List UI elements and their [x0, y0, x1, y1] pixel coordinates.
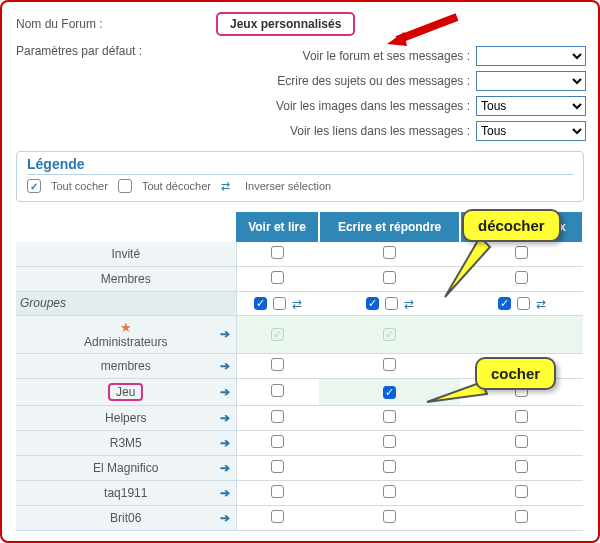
checkbox-icon[interactable] [515, 510, 528, 523]
invert-icon[interactable]: ⇄ [221, 180, 235, 193]
param-select-0[interactable] [476, 46, 586, 66]
row-name: Jeu [18, 383, 234, 401]
group-invert-icon[interactable]: ⇄ [404, 297, 414, 311]
row-name: taq1911 [18, 486, 234, 500]
group-check-all-icon[interactable] [366, 297, 379, 310]
checkbox-icon[interactable] [515, 246, 528, 259]
row-name: R3M5 [18, 436, 234, 450]
checkbox-icon[interactable] [383, 485, 396, 498]
check-all-icon[interactable] [27, 179, 41, 193]
row-name: Invité [18, 247, 234, 261]
param-select-1[interactable] [476, 71, 586, 91]
legend-box: Légende Tout cocher Tout décocher ⇄ Inve… [16, 151, 584, 202]
row-name: Helpers [18, 411, 234, 425]
param-label-3: Voir les liens dans les messages : [290, 124, 470, 138]
row-name: Membres [18, 272, 234, 286]
row-name: El Magnifico [18, 461, 234, 475]
checkbox-icon[interactable] [383, 460, 396, 473]
group-uncheck-all-icon[interactable] [273, 297, 286, 310]
svg-marker-0 [387, 32, 407, 46]
forum-name-value: Jeux personnalisés [216, 12, 355, 36]
callout-decocher: décocher [462, 209, 561, 242]
checkbox-icon [383, 328, 396, 341]
uncheck-all-icon[interactable] [118, 179, 132, 193]
checkbox-icon [271, 328, 284, 341]
callout-cocher: cocher [475, 357, 556, 390]
checkbox-icon[interactable] [383, 271, 396, 284]
checkbox-icon[interactable] [383, 246, 396, 259]
checkbox-icon[interactable] [383, 410, 396, 423]
checkbox-icon[interactable] [515, 435, 528, 448]
arrow-right-icon[interactable]: ➔ [220, 327, 230, 341]
star-icon: ★ [18, 320, 234, 335]
checkbox-icon[interactable] [515, 410, 528, 423]
checkbox-icon[interactable] [515, 460, 528, 473]
row-name: membres [18, 359, 234, 373]
checkbox-icon[interactable] [271, 410, 284, 423]
checkbox-icon[interactable] [271, 485, 284, 498]
checkbox-icon[interactable] [383, 510, 396, 523]
arrow-right-icon[interactable]: ➔ [220, 385, 230, 399]
checkbox-icon[interactable] [515, 271, 528, 284]
group-invert-icon[interactable]: ⇄ [292, 297, 302, 311]
checkbox-icon[interactable] [515, 485, 528, 498]
group-uncheck-all-icon[interactable] [385, 297, 398, 310]
checkbox-icon[interactable] [271, 271, 284, 284]
checkbox-icon[interactable] [383, 386, 396, 399]
group-invert-icon[interactable]: ⇄ [536, 297, 546, 311]
param-label-1: Ecrire des sujets ou des messages : [277, 74, 470, 88]
svg-marker-1 [445, 237, 490, 297]
group-check-all-icon[interactable] [498, 297, 511, 310]
arrow-right-icon[interactable]: ➔ [220, 461, 230, 475]
checkbox-icon[interactable] [271, 384, 284, 397]
th-empty [16, 212, 236, 242]
param-select-2[interactable]: Tous [476, 96, 586, 116]
check-all-label: Tout cocher [51, 180, 108, 192]
checkbox-icon[interactable] [271, 510, 284, 523]
row-name: Administrateurs [18, 335, 234, 349]
checkbox-icon[interactable] [383, 435, 396, 448]
group-check-all-icon[interactable] [254, 297, 267, 310]
uncheck-all-label: Tout décocher [142, 180, 211, 192]
section-label: Groupes [16, 292, 236, 316]
checkbox-icon[interactable] [383, 358, 396, 371]
param-select-3[interactable]: Tous [476, 121, 586, 141]
callout-decocher-tail [435, 237, 495, 302]
checkbox-icon[interactable] [271, 246, 284, 259]
group-uncheck-all-icon[interactable] [517, 297, 530, 310]
checkbox-icon[interactable] [271, 435, 284, 448]
legend-title: Légende [27, 156, 573, 175]
params-label: Paramètres par défaut : [16, 44, 216, 58]
row-name-highlight: Jeu [108, 383, 143, 401]
arrow-right-icon[interactable]: ➔ [220, 486, 230, 500]
param-label-2: Voir les images dans les messages : [276, 99, 470, 113]
forum-name-label: Nom du Forum : [16, 17, 216, 31]
invert-label: Inverser sélection [245, 180, 331, 192]
arrow-right-icon[interactable]: ➔ [220, 359, 230, 373]
checkbox-icon[interactable] [271, 460, 284, 473]
th-voir: Voir et lire [236, 212, 319, 242]
arrow-right-icon[interactable]: ➔ [220, 511, 230, 525]
checkbox-icon[interactable] [271, 358, 284, 371]
arrow-right-icon[interactable]: ➔ [220, 411, 230, 425]
arrow-right-icon[interactable]: ➔ [220, 436, 230, 450]
row-name: Brit06 [18, 511, 234, 525]
arrow-annotation [382, 12, 462, 52]
